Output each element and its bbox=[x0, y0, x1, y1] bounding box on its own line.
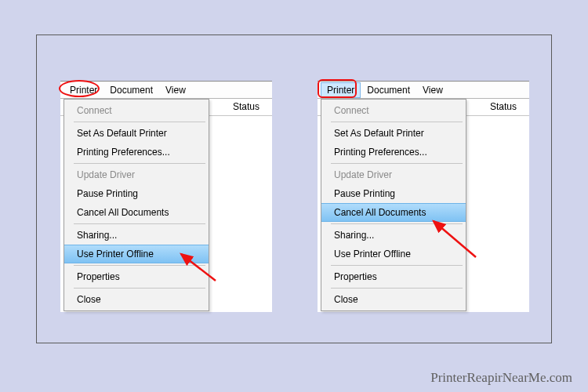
menubar-view[interactable]: View bbox=[416, 82, 449, 98]
menu-use-offline[interactable]: Use Printer Offline bbox=[64, 245, 209, 263]
menu-properties[interactable]: Properties bbox=[64, 267, 209, 286]
column-status[interactable]: Status bbox=[490, 101, 517, 112]
menu-close[interactable]: Close bbox=[64, 290, 209, 309]
menu-separator bbox=[331, 288, 463, 289]
menu-sharing[interactable]: Sharing... bbox=[64, 226, 209, 245]
menubar-view[interactable]: View bbox=[159, 82, 192, 98]
menu-properties[interactable]: Properties bbox=[321, 267, 466, 286]
illustration-frame: Printer Document View Status Connect Set… bbox=[36, 34, 552, 343]
menubar-printer[interactable]: Printer bbox=[64, 82, 103, 98]
menubar-document[interactable]: Document bbox=[361, 82, 416, 98]
menubar: Printer Document View bbox=[318, 82, 529, 99]
menu-separator bbox=[74, 288, 205, 289]
menu-use-offline[interactable]: Use Printer Offline bbox=[321, 245, 466, 263]
menu-separator bbox=[331, 223, 463, 224]
menu-sharing[interactable]: Sharing... bbox=[321, 226, 466, 245]
menubar-printer[interactable]: Printer bbox=[321, 82, 361, 98]
menubar-document[interactable]: Document bbox=[103, 82, 159, 98]
menu-close[interactable]: Close bbox=[321, 290, 466, 309]
menu-pause-printing[interactable]: Pause Printing bbox=[64, 184, 209, 203]
menu-connect: Connect bbox=[321, 101, 466, 120]
menu-separator bbox=[74, 265, 205, 266]
watermark: PrinterReapirNearMe.com bbox=[430, 370, 572, 386]
menu-separator bbox=[331, 265, 463, 266]
printer-menu-dropdown: Connect Set As Default Printer Printing … bbox=[64, 99, 209, 311]
menu-connect: Connect bbox=[64, 101, 209, 120]
menu-cancel-all[interactable]: Cancel All Documents bbox=[321, 203, 466, 222]
menu-set-default[interactable]: Set As Default Printer bbox=[64, 124, 209, 143]
menu-printing-prefs[interactable]: Printing Preferences... bbox=[64, 143, 209, 162]
menu-cancel-all[interactable]: Cancel All Documents bbox=[64, 203, 209, 222]
menu-update-driver: Update Driver bbox=[321, 165, 466, 184]
menu-set-default[interactable]: Set As Default Printer bbox=[321, 124, 466, 143]
menu-separator bbox=[331, 122, 463, 122]
menu-update-driver: Update Driver bbox=[64, 165, 209, 184]
printer-menu-dropdown: Connect Set As Default Printer Printing … bbox=[321, 99, 466, 311]
menu-separator bbox=[331, 163, 463, 164]
printer-queue-window: Printer Document View Status Connect Set… bbox=[60, 81, 272, 312]
menu-printing-prefs[interactable]: Printing Preferences... bbox=[321, 143, 466, 162]
menu-separator bbox=[74, 122, 205, 122]
column-status[interactable]: Status bbox=[233, 101, 260, 112]
menu-pause-printing[interactable]: Pause Printing bbox=[321, 184, 466, 203]
menu-separator bbox=[74, 163, 205, 164]
menu-separator bbox=[74, 223, 205, 224]
menubar: Printer Document View bbox=[60, 82, 272, 99]
printer-queue-window: Printer Document View Status Connect Set… bbox=[318, 81, 529, 312]
